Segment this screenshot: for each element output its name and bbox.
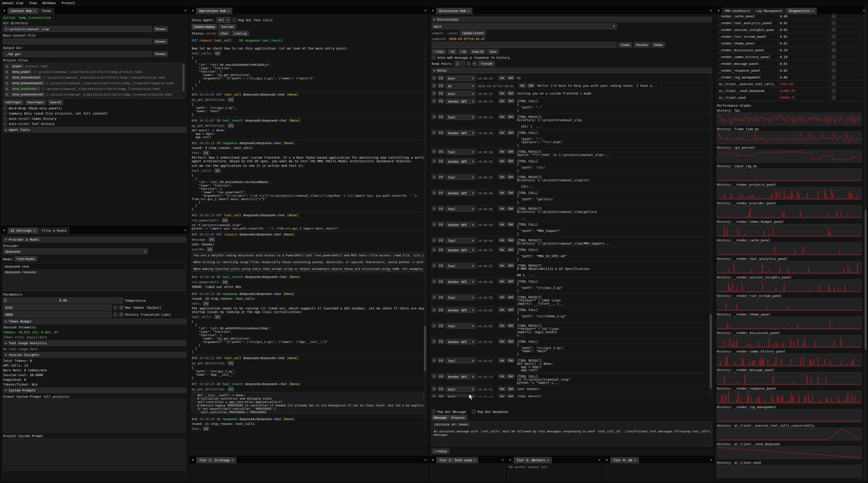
entry-ins-button[interactable]: Ins <box>499 99 505 103</box>
close-tab-icon[interactable]: ✕ <box>231 458 233 462</box>
project-files-scrollbar[interactable] <box>182 64 185 98</box>
entry-expand-button[interactable]: [+] <box>438 279 444 283</box>
entry-del-button[interactable]: Del <box>507 91 515 95</box>
entry-role-combo[interactable]: User▼ <box>446 91 475 96</box>
button-save-all[interactable]: Save All <box>48 100 63 105</box>
tab-tier-1-strategy[interactable]: Tier 1: Strategy✕ <box>196 457 236 463</box>
close-panel-icon[interactable]: ✕ <box>184 8 186 12</box>
entry-del-button[interactable]: Del <box>507 238 515 242</box>
project-prompt-textarea[interactable] <box>3 439 185 470</box>
entry-role-combo[interactable]: Vendor API▼ <box>446 130 475 136</box>
diag-checkbox[interactable]: ✓ <box>832 28 836 32</box>
entry-ins-button[interactable]: Ins <box>499 279 505 283</box>
entry-add-button[interactable]: + <box>432 76 436 80</box>
project-file-row[interactable]: xtemp_projectC:\projects\manual_slop\tes… <box>3 69 185 74</box>
error-textarea[interactable]: [DEEPSEEK API ERROR] An assistant messag… <box>432 421 712 446</box>
tab-tier-4-qa[interactable]: Tier 4: QA✕ <box>610 457 639 463</box>
menu-item-Project[interactable]: Project <box>62 1 75 5</box>
close-panel-icon[interactable]: ✕ <box>598 458 600 461</box>
discussion-scroll-thumb[interactable] <box>710 314 712 389</box>
entry-role-combo[interactable]: Vendor API▼ <box>446 159 475 164</box>
entry-del-button[interactable]: Del <box>507 206 515 211</box>
expand-button[interactable]: [+] <box>215 168 221 173</box>
remove-file-button[interactable]: x <box>5 87 9 91</box>
entry-expand-button[interactable]: [+] <box>438 84 444 88</box>
project-file-row[interactable]: xtemp_livetoolssim *C:\projects\manual_s… <box>3 86 185 92</box>
button--all[interactable]: +All <box>458 49 468 54</box>
entry-ins-button[interactable]: Ins <box>499 339 505 344</box>
pop-response-checkbox[interactable] <box>472 410 475 414</box>
collapse-icon[interactable]: ▼ <box>716 8 721 13</box>
expand-button[interactable]: [+] <box>215 51 221 55</box>
diag-checkbox[interactable]: ✓ <box>832 55 836 59</box>
tab-message[interactable]: Message <box>432 415 448 420</box>
collapse-icon[interactable]: ▼ <box>430 8 436 13</box>
diag-checkbox[interactable]: ✓ <box>832 89 836 93</box>
tab-response[interactable]: Response <box>449 415 467 420</box>
entry-del-button[interactable]: Del <box>507 387 515 391</box>
project-files-scroll-thumb[interactable] <box>182 64 184 91</box>
tab-theme[interactable]: Theme <box>39 8 54 14</box>
entry-expand-button[interactable]: [+] <box>438 374 444 378</box>
diag-scrollbar[interactable] <box>864 6 867 482</box>
entry-ins-button[interactable]: Ins <box>499 238 505 242</box>
collapse-icon[interactable]: ▼ <box>190 8 196 13</box>
entry-ins-button[interactable]: Ins <box>499 308 505 312</box>
entry-ins-button[interactable]: Ins <box>499 263 505 268</box>
close-tab-icon[interactable]: ✕ <box>634 458 636 462</box>
subtab-comms-history[interactable]: Comms History <box>192 24 217 29</box>
entry-role-combo[interactable]: Vendor API▼ <box>446 279 475 284</box>
close-tab-icon[interactable]: ✕ <box>812 9 813 13</box>
entry-expand-button[interactable]: [+] <box>438 99 444 103</box>
discussions-header[interactable]: ▼Discussions <box>432 17 712 22</box>
close-tab-icon[interactable]: ✕ <box>468 9 469 13</box>
max-tokens-input[interactable]: 8192 <box>3 305 112 310</box>
entry-ins-button[interactable]: Ins <box>499 394 505 397</box>
file-tag-button[interactable]: temp_liveexecutionsim <box>11 92 45 97</box>
diag-scroll-thumb[interactable] <box>865 210 867 350</box>
entry-ins-button[interactable]: Ins <box>499 248 505 252</box>
entry-role-combo[interactable]: Tool▼ <box>446 358 475 363</box>
menu-item-View[interactable]: View <box>29 1 37 5</box>
close-panel-icon[interactable]: ✕ <box>184 228 186 232</box>
agent-tools-header[interactable]: ▶Agent Tools <box>3 127 186 132</box>
entry-del-button[interactable]: Del <box>507 263 515 268</box>
entry-del-button[interactable]: Del <box>528 84 535 88</box>
entry-expand-button[interactable]: [+] <box>438 150 444 154</box>
entry-expand-button[interactable]: [+] <box>438 387 444 391</box>
entry-del-button[interactable]: Del <box>507 222 515 226</box>
entry-role-combo[interactable]: Tool▼ <box>446 206 475 212</box>
entry-del-button[interactable]: Del <box>507 115 515 119</box>
entry-del-button[interactable]: Del <box>507 308 515 312</box>
pop-message-checkbox[interactable] <box>432 410 436 414</box>
remove-file-button[interactable]: x <box>5 75 9 79</box>
tool-usage-header[interactable]: ▼Tool Usage Analytics <box>3 341 186 346</box>
entry-role-combo[interactable]: Tool▼ <box>446 323 475 329</box>
entry-add-button[interactable]: + <box>432 248 436 252</box>
entry-del-button[interactable]: Del <box>507 76 515 80</box>
diag-checkbox[interactable]: ✓ <box>832 41 836 45</box>
entry-ins-button[interactable]: Ins <box>499 175 505 179</box>
entry-del-button[interactable]: Del <box>507 374 515 378</box>
remove-file-button[interactable]: x <box>5 70 9 74</box>
autoadd-checkbox[interactable]: ✓ <box>432 56 436 59</box>
entry-add-button[interactable]: + <box>432 308 436 312</box>
entry-add-button[interactable]: + <box>432 175 436 179</box>
entry-add-button[interactable]: + <box>432 150 436 154</box>
expand-button[interactable]: [+] <box>203 426 209 431</box>
button-load-log[interactable]: Load Log <box>232 31 249 36</box>
button--entry[interactable]: + Entry <box>432 49 446 54</box>
entry-add-button[interactable]: + <box>432 191 436 195</box>
entry-add-button[interactable]: + <box>432 394 436 397</box>
entry-add-button[interactable]: + <box>432 263 436 268</box>
tab-discussion-hub[interactable]: Discussion Hub✕ <box>436 8 472 14</box>
file-tag-button[interactable]: temp_livecontextsim <box>11 75 42 79</box>
entry-expand-button[interactable]: [+] <box>438 248 444 252</box>
entry-expand-button[interactable]: [+] <box>438 339 444 344</box>
entry-ins-button[interactable]: Ins <box>499 374 505 378</box>
entry-del-button[interactable]: Del <box>507 159 515 163</box>
entry-ins-button[interactable]: Ins <box>499 91 505 95</box>
entry-role-combo[interactable]: Tool▼ <box>446 295 475 300</box>
entry-role-combo[interactable]: Vendor API▼ <box>446 99 475 104</box>
entry-expand-button[interactable]: [+] <box>438 76 444 80</box>
